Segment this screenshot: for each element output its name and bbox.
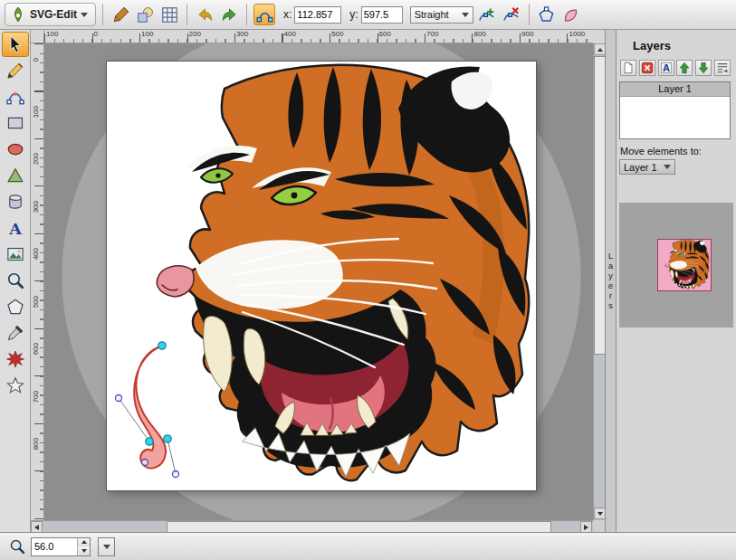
ruler-label: 200: [32, 153, 40, 165]
text-tool-button[interactable]: A: [2, 215, 29, 241]
ruler-label: 800: [32, 438, 40, 450]
main-menu-button[interactable]: SVG-Edit: [5, 3, 96, 26]
move-layer-down-icon: [697, 62, 710, 74]
path-tool-button[interactable]: [2, 84, 29, 109]
zoom-control: [31, 537, 91, 556]
add-subpath-button[interactable]: [560, 4, 582, 25]
shape-library-icon: [6, 193, 24, 211]
pentagon-tool-button[interactable]: [2, 294, 29, 319]
arrow-left-icon: [34, 525, 39, 530]
starburst-icon: [6, 350, 24, 368]
rectangle-tool-button[interactable]: [2, 110, 29, 136]
vertical-ruler: 0100200300400500600700800: [31, 43, 44, 520]
layers-tab-letter: L: [608, 252, 613, 261]
toolbar-separator: [529, 4, 530, 25]
path-icon: [6, 88, 24, 106]
ellipse-icon: [6, 140, 24, 158]
shape-icon-button[interactable]: [134, 4, 156, 25]
grid-icon-button[interactable]: [158, 4, 180, 25]
layers-tab-letter: r: [609, 291, 612, 300]
link-control-points-button[interactable]: [253, 4, 275, 25]
move-layer-value: Layer 1: [624, 162, 657, 173]
polygon-tool-button[interactable]: [2, 163, 29, 188]
arrow-down-icon: [81, 549, 87, 553]
y-coordinate-input[interactable]: [361, 6, 403, 24]
ruler-label: 800: [474, 30, 486, 38]
ruler-label: 600: [32, 343, 40, 355]
ruler-label: 300: [236, 30, 248, 38]
ruler-label: 100: [46, 30, 58, 38]
rename-layer-button[interactable]: A: [658, 60, 674, 76]
zoom-icon: [6, 271, 24, 289]
ruler-label: 200: [189, 30, 201, 38]
layers-panel-title: Layers: [633, 39, 736, 52]
ruler-label: 400: [284, 30, 296, 38]
segment-type-value: Straight: [415, 9, 449, 20]
layer-thumbnail: [657, 239, 712, 291]
x-coordinate-label: x:: [283, 8, 292, 21]
star-tool-button[interactable]: [2, 373, 29, 398]
zoom-dropdown-button[interactable]: [98, 537, 115, 556]
ellipse-tool-button[interactable]: [2, 137, 29, 162]
select-tool-button[interactable]: [2, 32, 29, 57]
ruler-label: 900: [521, 30, 533, 38]
star-icon: [6, 376, 24, 394]
select-icon: [6, 35, 24, 53]
horizontal-scrollbar[interactable]: [31, 520, 593, 532]
chevron-down-icon: [103, 545, 110, 549]
layer-list[interactable]: Layer 1: [619, 81, 731, 139]
shape-library-tool-button[interactable]: [2, 189, 29, 214]
main-menu-label: SVG-Edit: [30, 8, 77, 21]
arrow-up-icon: [597, 48, 603, 52]
vertical-scrollbar[interactable]: [593, 43, 605, 520]
add-node-button[interactable]: [476, 4, 498, 25]
redo-button[interactable]: [218, 4, 240, 25]
layer-buttons-row: A: [620, 60, 731, 76]
horizontal-ruler: 10001002003004005006007008009001000: [44, 30, 593, 43]
merge-layer-icon: [716, 62, 729, 74]
layer-row[interactable]: Layer 1: [620, 82, 730, 97]
layers-tab-letter: y: [608, 271, 613, 280]
layers-panel-toggle[interactable]: Layers: [605, 30, 617, 532]
open-path-button[interactable]: [536, 4, 558, 25]
pen-icon-button[interactable]: [110, 4, 131, 25]
move-layer-down-button[interactable]: [695, 60, 712, 76]
delete-layer-button[interactable]: [639, 60, 655, 76]
pencil-icon: [6, 62, 24, 80]
x-coordinate-input[interactable]: [294, 6, 341, 24]
pencil-tool-button[interactable]: [2, 58, 29, 83]
svg-canvas[interactable]: [107, 62, 536, 490]
zoom-stepper: [77, 538, 90, 555]
image-tool-button[interactable]: [2, 242, 29, 267]
pentagon-icon: [6, 298, 24, 316]
delete-node-button[interactable]: [501, 4, 522, 25]
ruler-label: 500: [32, 296, 40, 308]
ruler-label: 500: [331, 30, 343, 38]
undo-button[interactable]: [194, 4, 215, 25]
merge-layer-button[interactable]: [714, 60, 731, 76]
ruler-label: 1000: [569, 30, 586, 38]
move-layer-up-button[interactable]: [676, 60, 693, 76]
status-bar: [0, 532, 736, 560]
ruler-label: 400: [32, 248, 40, 260]
segment-type-select[interactable]: Straight: [410, 6, 473, 24]
zoom-tool-button[interactable]: [2, 268, 29, 293]
zoom-increase-button[interactable]: [78, 538, 90, 547]
eyedropper-tool-button[interactable]: [2, 320, 29, 346]
new-layer-icon: [622, 62, 635, 74]
svg-text:A: A: [663, 63, 670, 73]
svg-edit-app: SVG-Edit x: y: Straight A 10001002003004…: [0, 0, 736, 560]
new-layer-button[interactable]: [620, 60, 636, 76]
drawing-canvas[interactable]: [107, 62, 536, 490]
starburst-tool-button[interactable]: [2, 346, 29, 372]
ruler-label: 100: [32, 106, 40, 118]
zoom-input[interactable]: [32, 538, 77, 555]
chevron-down-icon: [462, 13, 469, 17]
zoom-decrease-button[interactable]: [78, 546, 90, 555]
image-icon: [6, 245, 24, 263]
ruler-label: 0: [94, 30, 98, 38]
svg-text:A: A: [8, 220, 22, 238]
move-layer-select[interactable]: Layer 1: [619, 159, 675, 175]
y-coordinate-label: y:: [349, 8, 358, 21]
toolbar-separator: [102, 4, 103, 25]
